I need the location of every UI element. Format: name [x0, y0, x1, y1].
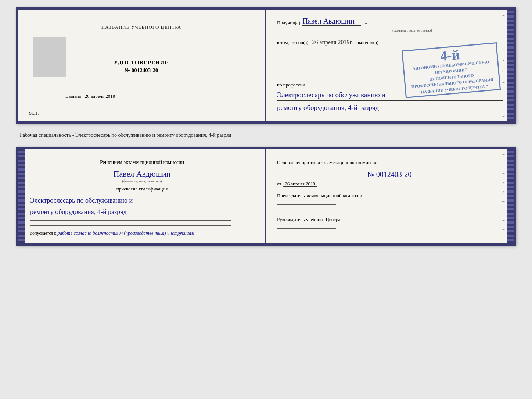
bottom-right-page: Основание: протокол экзаменационной коми…: [266, 149, 514, 243]
top-right-page: Получил(a) Павел Авдюшин – (фамилия, имя…: [266, 10, 514, 121]
top-left-page: НАЗВАНИЕ УЧЕБНОГО ЦЕНТРА УДОСТОВЕРЕНИЕ №…: [18, 10, 266, 121]
date-label: от: [277, 181, 281, 186]
kvalif-line2: ремонту оборудования, 4-й разряд: [30, 206, 254, 218]
prisvoena-text: присвоена квалификация: [30, 186, 254, 192]
rukovoditel-label: Руководитель учебного Центра: [277, 216, 502, 224]
line-sep-3: [30, 225, 231, 226]
predsedatel-block: Председатель экзаменационной комиссии: [277, 192, 502, 207]
institution-name-top: НАЗВАНИЕ УЧЕБНОГО ЦЕНТРА: [101, 24, 181, 30]
okonchil-label: окончил(а): [356, 40, 378, 46]
fio-caption-top: (фамилия, имя, отчество): [321, 28, 503, 32]
bottom-document-spread: Решением экзаменационной комиссии Павел …: [16, 147, 516, 246]
predsedatel-label: Председатель экзаменационной комиссии: [277, 192, 502, 200]
osnov-text: Основание: протокол экзаменационной коми…: [277, 158, 502, 167]
vtom-date: 26 апреля 2019г.: [311, 39, 355, 46]
stamp-overlay: 4-й АВТОНОМНУЮ НЕКОММЕРЧЕСКУЮ ОРГАНИЗАЦИ…: [402, 42, 501, 98]
dopuskaetsya-value: работе согласно должностным (производств…: [57, 230, 194, 236]
line-sep-1: [30, 220, 231, 221]
dopuskaetsya-label: допускается к: [30, 231, 56, 236]
bottom-left-page: Решением экзаменационной комиссии Павел …: [18, 149, 266, 243]
udostoverenie-block: УДОСТОВЕРЕНИЕ № 0012403-20: [114, 60, 169, 74]
vydano-block: Выдано 26 апреля 2019: [29, 93, 254, 110]
recipient-name: Павел Авдюшин: [302, 17, 361, 26]
mp-label: М.П.: [29, 110, 39, 116]
bottom-number: № 0012403-20: [277, 170, 502, 179]
udostoverenie-title: УДОСТОВЕРЕНИЕ: [114, 60, 169, 66]
line-sep-2: [30, 223, 231, 223]
rukovoditel-sign-line: [277, 228, 336, 229]
kvalif-line1: Электрослесарь по обслуживанию и: [30, 195, 254, 207]
middle-text: Рабочая специальность - Электрослесарь п…: [16, 130, 516, 140]
predsedatel-sign-line: [277, 204, 336, 205]
right-date: от 26 апреля 2019: [277, 181, 502, 187]
bottom-fio-caption: (фамилия, имя, отчество): [105, 179, 179, 183]
dopuskaetsya-block: допускается к работе согласно должностны…: [30, 230, 254, 236]
date-value: 26 апреля 2019: [283, 181, 317, 187]
vydano-label: Выдано: [65, 93, 81, 99]
photo-placeholder: [33, 37, 66, 77]
profession-line2: ремонту оборудования, 4-й разряд: [277, 102, 503, 114]
udostoverenie-number: № 0012403-20: [114, 67, 169, 74]
vydano-date: 26 апреля 2019: [83, 93, 118, 99]
vtom-label: в том, что он(а): [277, 40, 309, 46]
komissia-title: Решением экзаменационной комиссии: [30, 158, 254, 166]
side-marks-top: –––ия←––––: [502, 10, 506, 121]
profession-label: по профессии: [277, 82, 305, 88]
recipient-line: Получил(a) Павел Авдюшин –: [277, 17, 503, 26]
top-document-spread: НАЗВАНИЕ УЧЕБНОГО ЦЕНТРА УДОСТОВЕРЕНИЕ №…: [16, 7, 516, 124]
middle-text-content: Рабочая специальность - Электрослесарь п…: [20, 132, 231, 138]
recipient-label: Получил(a): [277, 20, 300, 26]
rukovoditel-block: Руководитель учебного Центра: [277, 216, 502, 231]
side-marks-bottom: –––ия←––––: [502, 149, 506, 243]
bottom-person-name: Павел Авдюшин: [30, 169, 254, 179]
